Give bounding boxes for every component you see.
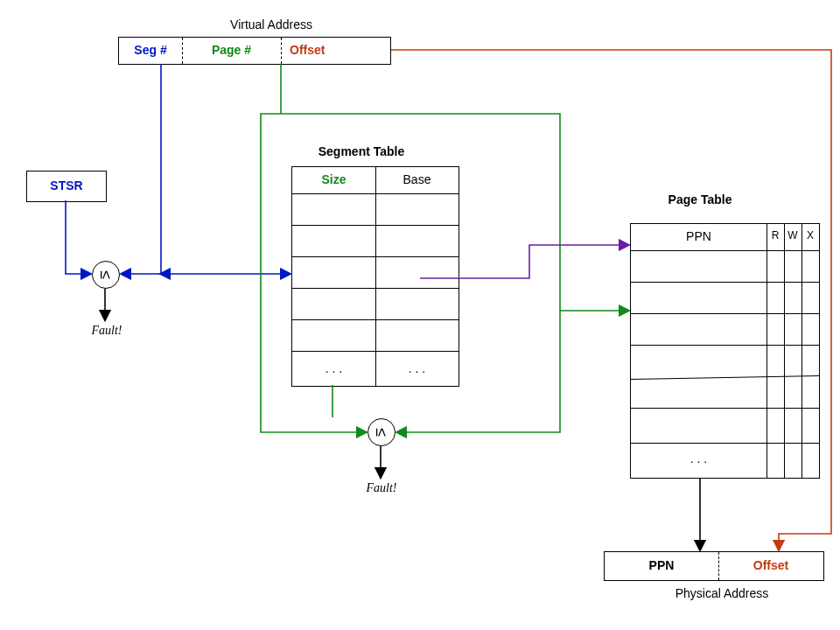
segment-table: Size Base . . . . . . xyxy=(291,166,459,387)
pt-div-1 xyxy=(766,224,767,478)
fault-1: Fault! xyxy=(80,324,133,338)
pt-dots: . . . xyxy=(631,452,766,466)
stsr-box: STSR xyxy=(26,171,107,202)
seg-col-size: Size xyxy=(292,172,375,186)
segment-table-title: Segment Table xyxy=(291,144,431,158)
phys-title: Physical Address xyxy=(652,586,792,600)
va-page: Page # xyxy=(182,43,281,57)
cmp2-op: ≤ xyxy=(372,428,390,437)
va-title: Virtual Address xyxy=(197,18,346,32)
phys-box: PPN Offset xyxy=(604,551,824,581)
stsr-label: STSR xyxy=(27,178,106,192)
seg-hdr-line xyxy=(292,193,458,194)
pt-div-2 xyxy=(784,224,785,478)
seg-dots-l: . . . xyxy=(292,361,375,375)
comparator-2: ≤ xyxy=(368,418,396,446)
seg-row-3 xyxy=(292,288,458,289)
phys-offset: Offset xyxy=(718,558,823,572)
pt-hdr-line xyxy=(631,250,819,251)
page-table-title: Page Table xyxy=(630,192,770,206)
va-box: Seg # Page # Offset xyxy=(118,37,391,65)
seg-row-1 xyxy=(292,225,458,226)
pt-row-5 xyxy=(631,408,819,409)
pt-col-x: X xyxy=(802,229,819,242)
cmp1-op: ≤ xyxy=(96,270,115,279)
fault-2: Fault! xyxy=(355,481,408,495)
pt-row-4 xyxy=(630,375,820,380)
seg-col-divider xyxy=(375,167,376,386)
pt-row-2 xyxy=(631,313,819,314)
pt-col-r: R xyxy=(766,229,784,242)
seg-row-4 xyxy=(292,319,458,320)
pt-div-3 xyxy=(802,224,802,478)
page-table: PPN R W X . . . xyxy=(630,223,820,479)
seg-dots-r: . . . xyxy=(375,361,458,375)
pt-row-6 xyxy=(631,443,819,444)
seg-row-5 xyxy=(292,351,458,352)
comparator-1: ≤ xyxy=(92,261,120,289)
pt-col-w: W xyxy=(784,229,802,242)
seg-col-base: Base xyxy=(375,172,458,186)
va-offset: Offset xyxy=(281,43,390,57)
pt-col-ppn: PPN xyxy=(631,229,766,243)
seg-row-2 xyxy=(292,256,458,257)
pt-row-3 xyxy=(631,345,819,346)
pt-row-1 xyxy=(631,282,819,283)
phys-ppn: PPN xyxy=(605,558,718,572)
va-seg: Seg # xyxy=(119,43,182,57)
